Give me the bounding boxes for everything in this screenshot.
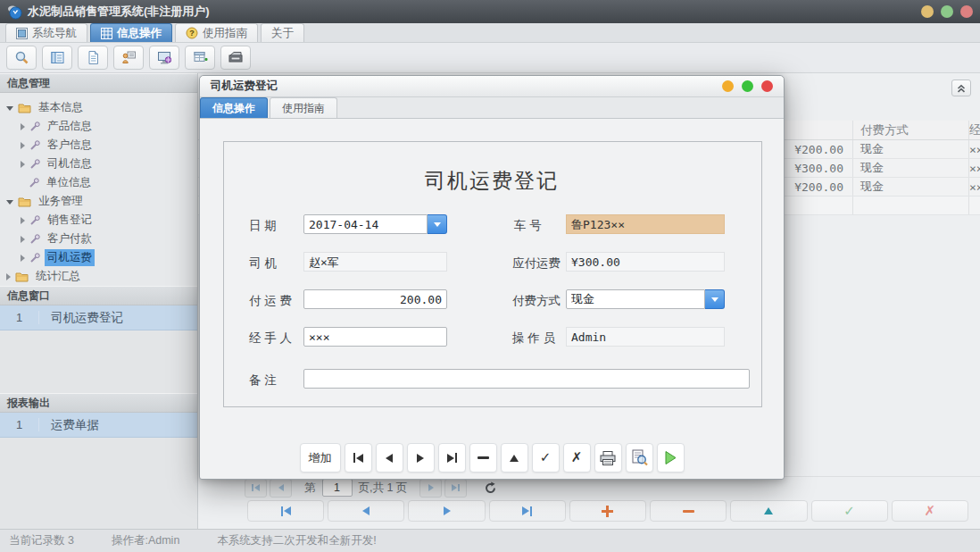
- tab-help-guide[interactable]: ? 使用指南: [175, 23, 258, 42]
- close-button[interactable]: [960, 5, 973, 18]
- search-button[interactable]: [6, 46, 37, 70]
- caret-down-icon[interactable]: [6, 106, 13, 111]
- record-cancel-button[interactable]: ✗: [563, 443, 591, 473]
- nav-delete-button[interactable]: [650, 500, 727, 522]
- record-last-button[interactable]: [438, 443, 466, 473]
- tree-item-business-mgmt[interactable]: 业务管理: [0, 192, 197, 211]
- print-button[interactable]: [594, 443, 622, 473]
- page-number-input[interactable]: [322, 479, 353, 497]
- list-item[interactable]: 1 司机运费登记: [0, 305, 197, 330]
- cell-method: 现金: [852, 140, 968, 158]
- dialog-titlebar[interactable]: 司机运费登记: [200, 76, 784, 97]
- record-prev-button[interactable]: [376, 443, 403, 473]
- caret-right-icon[interactable]: [21, 217, 25, 224]
- handler-label: 经 手 人: [249, 330, 292, 347]
- tab-label: 关于: [271, 26, 294, 41]
- record-edit-button[interactable]: [501, 443, 528, 473]
- print-preview-icon: [630, 449, 648, 466]
- tree-item-customer-payment[interactable]: 客户付款: [0, 230, 197, 248]
- refresh-button[interactable]: [479, 479, 501, 498]
- tree-label-selected: 司机运费: [45, 249, 95, 266]
- print-preview-button[interactable]: [626, 443, 653, 473]
- caret-down-icon[interactable]: [6, 200, 13, 205]
- paid-input[interactable]: [303, 289, 447, 309]
- nav-insert-button[interactable]: [569, 500, 646, 522]
- tree-item-basic-info[interactable]: 基本信息: [0, 98, 197, 117]
- caret-right-icon[interactable]: [21, 255, 25, 262]
- dialog-close-button[interactable]: [761, 80, 773, 92]
- help-icon: ?: [186, 27, 198, 39]
- record-delete-button[interactable]: [469, 443, 497, 473]
- tab-about[interactable]: 关于: [261, 23, 304, 42]
- list-item-label: 运费单据: [39, 417, 99, 433]
- document-button[interactable]: [78, 46, 108, 70]
- run-report-button[interactable]: [657, 443, 685, 473]
- main-tabbar: 系统导航 信息操作 ? 使用指南 关于: [0, 23, 980, 43]
- minimize-button[interactable]: [921, 5, 934, 18]
- dialog-minimize-button[interactable]: [722, 80, 734, 92]
- tab-info-operate[interactable]: 信息操作: [90, 23, 172, 42]
- tab-system-nav[interactable]: 系统导航: [5, 23, 87, 42]
- caret-right-icon[interactable]: [21, 142, 25, 149]
- nav-last-button[interactable]: [489, 500, 566, 522]
- tree-label: 客户信息: [45, 137, 95, 154]
- tree-item-customer-info[interactable]: 客户信息: [0, 136, 197, 155]
- window-titlebar: 水泥制品销售管理系统(非注册用户): [0, 0, 980, 23]
- tree-item-statistics[interactable]: 统计汇总: [0, 267, 197, 286]
- dialog-tabbar: 信息操作 使用指南: [200, 97, 784, 119]
- date-dropdown-button[interactable]: [428, 214, 447, 234]
- dialog-maximize-button[interactable]: [742, 80, 753, 92]
- plus-icon: [602, 506, 613, 517]
- page-first-button[interactable]: [245, 479, 267, 498]
- tree-item-driver-info[interactable]: 司机信息: [0, 155, 197, 173]
- dialog-toolbar: 增加 ✓ ✗: [200, 443, 784, 473]
- tree-item-unit-info[interactable]: 单位信息: [0, 173, 197, 192]
- caret-right-icon[interactable]: [21, 123, 25, 130]
- tree-item-sales-register[interactable]: 销售登记: [0, 211, 197, 230]
- monitor-view-button[interactable]: [149, 46, 179, 70]
- tree-item-driver-freight[interactable]: 司机运费: [0, 248, 197, 267]
- page-prev-button[interactable]: [270, 479, 292, 498]
- dialog-tab-help-guide[interactable]: 使用指南: [270, 97, 337, 118]
- refresh-icon: [484, 481, 497, 495]
- table-add-button[interactable]: [185, 46, 215, 70]
- method-dropdown-button[interactable]: [705, 289, 725, 309]
- handler-input[interactable]: [303, 327, 447, 347]
- add-button[interactable]: 增加: [300, 443, 341, 473]
- record-first-button[interactable]: [345, 443, 372, 473]
- nav-prev-button[interactable]: [328, 500, 404, 522]
- record-next-button[interactable]: [407, 443, 435, 473]
- cell-edge: ×××: [968, 178, 980, 196]
- record-post-button[interactable]: ✓: [532, 443, 560, 473]
- caret-right-icon[interactable]: [21, 236, 25, 243]
- maximize-button[interactable]: [941, 5, 953, 18]
- method-input[interactable]: [566, 289, 705, 309]
- page-last-button[interactable]: [444, 479, 467, 498]
- nav-first-button[interactable]: [247, 500, 324, 522]
- page-prefix-label: 第: [304, 481, 316, 496]
- personnel-report-button[interactable]: [113, 46, 144, 70]
- list-item[interactable]: 1 运费单据: [0, 413, 197, 438]
- note-input[interactable]: [303, 369, 750, 389]
- triangle-up-icon: [510, 455, 519, 462]
- card-device-button[interactable]: [220, 46, 251, 70]
- plate-field[interactable]: 鲁P123××: [566, 214, 725, 234]
- form-view-button[interactable]: [42, 46, 72, 70]
- dialog-tab-info-operate[interactable]: 信息操作: [200, 97, 268, 118]
- info-window-list: 1 司机运费登记: [0, 305, 197, 393]
- minus-icon: [478, 456, 489, 459]
- page-next-button[interactable]: [419, 479, 442, 498]
- nav-post-button[interactable]: ✓: [811, 500, 888, 522]
- nav-next-button[interactable]: [408, 500, 485, 522]
- tree-item-product-info[interactable]: 产品信息: [0, 117, 197, 136]
- nav-cancel-button[interactable]: ✗: [892, 500, 968, 522]
- collapse-panel-button[interactable]: [951, 79, 971, 96]
- app-logo-icon: [7, 4, 22, 20]
- caret-right-icon[interactable]: [21, 161, 25, 168]
- tab-label: 系统导航: [32, 26, 77, 41]
- minus-icon: [683, 510, 694, 513]
- caret-right-icon[interactable]: [6, 273, 11, 280]
- date-input[interactable]: [303, 214, 428, 234]
- sidebar-header-info: 信息管理: [0, 73, 197, 93]
- nav-edit-button[interactable]: [730, 500, 807, 522]
